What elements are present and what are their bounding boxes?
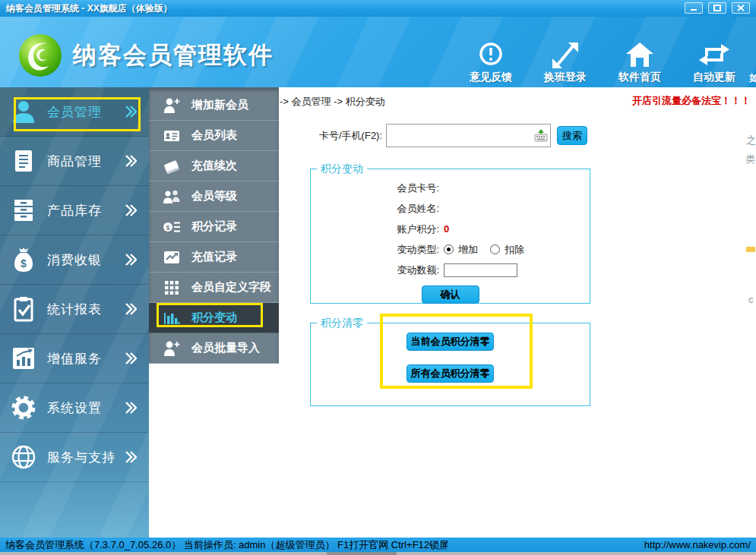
submenu-item-recharge[interactable]: 充值续次 — [149, 151, 279, 181]
sidebar-item-label: 消费收银 — [47, 251, 125, 269]
clipboard-check-icon — [9, 296, 38, 322]
account-points-value: 0 — [444, 223, 449, 235]
user-plus-icon — [161, 97, 182, 114]
id-card-icon — [161, 129, 182, 143]
sidebar-item-label: 增值服务 — [47, 350, 125, 367]
submenu-item-member-level[interactable]: 会员等级 — [149, 181, 279, 212]
window-title: 纳客会员管理系统 - XX旗舰店（体验版） — [6, 0, 172, 17]
feedback-button[interactable]: 意见反馈 — [460, 41, 522, 84]
close-button[interactable] — [732, 2, 750, 14]
submenu-item-add-member[interactable]: 增加新会员 — [149, 90, 279, 121]
money-bag-icon: $ — [9, 247, 38, 273]
clear-current-member-points-button[interactable]: 当前会员积分清零 — [406, 333, 494, 351]
sidebar-item-product-management[interactable]: 商品管理 — [0, 137, 149, 186]
member-card-label: 会员卡号: — [311, 181, 439, 195]
logo-sphere-icon — [17, 32, 64, 79]
confirm-button[interactable]: 确认 — [422, 285, 479, 304]
shift-login-icon — [534, 41, 596, 68]
logo-text: 纳客会员管理软件 — [73, 39, 274, 71]
points-clear-legend: 积分清零 — [317, 317, 367, 330]
status-url[interactable]: http://www.nakevip.com/ — [644, 539, 751, 550]
account-points-row: 账户积分: 0 — [311, 219, 590, 239]
promo-text: 开店引流量必备法宝！！！ — [632, 94, 751, 108]
chevron-right-icon — [125, 203, 137, 217]
user-icon — [9, 99, 38, 124]
edge-fragment: 类 — [745, 153, 755, 166]
submenu-item-label: 充值续次 — [191, 159, 237, 173]
home-icon — [609, 41, 671, 68]
points-clear-panel: 积分清零 当前会员积分清零 所有会员积分清零 — [310, 323, 590, 406]
sidebar-item-member-management[interactable]: 会员管理 — [0, 87, 149, 137]
radio-add-label: 增加 — [458, 243, 478, 257]
sidebar-item-cashier[interactable]: $ 消费收银 — [0, 235, 149, 285]
chevron-right-icon — [125, 154, 137, 168]
home-label: 软件首页 — [609, 71, 671, 84]
maximize-button[interactable] — [708, 2, 726, 14]
cabinet-icon — [9, 198, 38, 222]
sidebar-item-label: 统计报表 — [47, 301, 125, 318]
radio-add[interactable] — [444, 244, 454, 254]
svg-text:$: $ — [166, 224, 169, 232]
keyboard-icon[interactable] — [534, 128, 548, 142]
submenu-item-label: 充值记录 — [191, 250, 237, 264]
edge-fragment-tick — [746, 247, 755, 252]
change-type-row: 变动类型: 增加 扣除 — [311, 239, 590, 260]
sidebar-item-settings[interactable]: 系统设置 — [0, 383, 149, 433]
submenu-item-label: 增加新会员 — [191, 98, 248, 112]
submenu-item-batch-import[interactable]: 会员批量导入 — [149, 333, 279, 364]
sidebar-item-inventory[interactable]: 产品库存 — [0, 186, 149, 235]
document-icon — [9, 149, 38, 173]
edge-fragment: c — [748, 294, 754, 305]
auto-update-label: 自动更新 — [683, 71, 745, 84]
member-name-label: 会员姓名: — [311, 202, 439, 216]
feedback-label: 意见反馈 — [460, 71, 522, 84]
gear-icon — [9, 395, 38, 421]
member-card-row: 会员卡号: — [311, 178, 590, 198]
account-points-label: 账户积分: — [311, 222, 439, 236]
status-left-text: 纳客会员管理系统（7.3.7.0_7.05.26.0） 当前操作员: admin… — [5, 538, 449, 552]
submenu-item-points-change[interactable]: 积分变动 — [149, 303, 279, 333]
submenu-item-recharge-record[interactable]: 充值记录 — [149, 242, 279, 273]
app-window: 纳客会员管理系统 - XX旗舰店（体验版） — [0, 0, 756, 555]
change-amount-row: 变动数额: — [311, 260, 590, 280]
minimize-button[interactable] — [685, 2, 703, 14]
chart-record-icon — [161, 250, 182, 265]
window-controls — [685, 2, 750, 14]
cards-icon — [161, 158, 182, 175]
member-submenu: 增加新会员 会员列表 充值续次 会员等级 $ 积分记录 — [149, 87, 279, 364]
submenu-item-label: 会员自定义字段 — [191, 280, 271, 295]
submenu-item-member-list[interactable]: 会员列表 — [149, 121, 279, 151]
breadcrumb: -> 会员管理 -> 积分变动 — [280, 95, 385, 109]
edge-fragment: 之 — [746, 134, 756, 147]
sidebar-item-support[interactable]: 服务与支持 — [0, 433, 149, 482]
radio-subtract[interactable] — [490, 244, 500, 254]
submenu-item-label: 积分记录 — [191, 219, 237, 234]
shift-login-button[interactable]: 换班登录 — [534, 41, 596, 84]
chevron-right-icon — [125, 302, 137, 316]
submenu-item-label: 会员列表 — [191, 128, 237, 143]
member-name-row: 会员姓名: — [311, 198, 590, 219]
search-button[interactable]: 搜索 — [557, 126, 587, 145]
points-change-legend: 积分变动 — [317, 162, 367, 176]
search-row: 卡号/手机(F2): 搜索 — [319, 124, 587, 147]
minimize-icon — [690, 5, 697, 11]
app-header: 纳客会员管理软件 意见反馈 换班登录 — [0, 17, 756, 87]
submenu-item-label: 积分变动 — [191, 311, 237, 325]
home-button[interactable]: 软件首页 — [609, 41, 671, 84]
change-amount-label: 变动数额: — [311, 263, 439, 277]
globe-icon — [9, 444, 38, 470]
change-amount-input[interactable] — [444, 263, 517, 277]
sidebar-item-reports[interactable]: 统计报表 — [0, 285, 149, 334]
sidebar-item-label: 商品管理 — [47, 153, 125, 170]
submenu-item-points-record[interactable]: $ 积分记录 — [149, 212, 279, 242]
auto-update-button[interactable]: 自动更新 — [683, 41, 745, 84]
submenu-item-custom-fields[interactable]: 会员自定义字段 — [149, 273, 279, 303]
clear-all-members-points-button[interactable]: 所有会员积分清零 — [406, 364, 494, 383]
sidebar-item-value-added[interactable]: 增值服务 — [0, 334, 149, 383]
close-icon — [737, 5, 745, 11]
chevron-right-icon — [125, 450, 137, 464]
sidebar-item-label: 服务与支持 — [47, 449, 125, 466]
card-search-input[interactable] — [386, 124, 551, 147]
auto-update-icon — [683, 41, 745, 68]
bar-chart-icon — [161, 311, 182, 326]
